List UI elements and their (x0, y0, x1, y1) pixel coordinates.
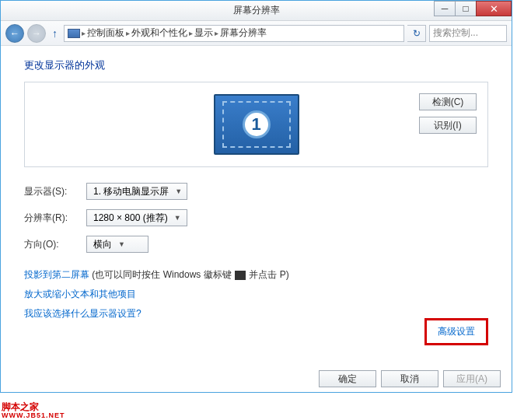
watermark: 脚本之家 WWW.JB51.NET (2, 402, 65, 420)
crumb-display[interactable]: 显示 (194, 26, 213, 40)
chevron-right-icon: ▸ (126, 29, 130, 37)
help-links: 投影到第二屏幕 (也可以同时按住 Windows 徽标键 并点击 P) 放大或缩… (24, 268, 488, 320)
display-value: 1. 移动电脑显示屏 (93, 185, 169, 198)
project-hint-tail: 并点击 P) (246, 269, 289, 280)
monitor-icon (68, 29, 80, 38)
orientation-label: 方向(O): (24, 238, 86, 251)
dialog-buttons: 确定 取消 应用(A) (319, 370, 501, 387)
cancel-button[interactable]: 取消 (381, 370, 438, 387)
maximize-button[interactable]: □ (455, 1, 477, 16)
orientation-value: 横向 (93, 238, 112, 251)
up-button[interactable]: ↑ (52, 27, 58, 40)
crumb-resolution[interactable]: 屏幕分辨率 (220, 26, 267, 40)
chevron-right-icon: ▸ (215, 29, 218, 37)
monitor-thumbnail[interactable]: 1 (214, 94, 299, 155)
textsize-link[interactable]: 放大或缩小文本和其他项目 (24, 289, 136, 299)
resolution-dropdown[interactable]: 1280 × 800 (推荐) ▼ (86, 209, 187, 226)
content-area: 更改显示器的外观 1 检测(C) 识别(I) 显示器(S): 1. 移动电脑显示… (1, 46, 512, 392)
apply-button[interactable]: 应用(A) (443, 370, 501, 387)
monitor-number-badge: 1 (243, 110, 271, 138)
nav-bar: ← → ↑ ▸ 控制面板 ▸ 外观和个性化 ▸ 显示 ▸ 屏幕分辨率 ↻ 搜索控… (1, 21, 512, 46)
search-input[interactable]: 搜索控制... (429, 25, 507, 42)
resolution-label: 分辨率(R): (24, 212, 86, 225)
resolution-value: 1280 × 800 (推荐) (93, 212, 168, 225)
window-frame: 屏幕分辨率 ─ □ ✕ ← → ↑ ▸ 控制面板 ▸ 外观和个性化 ▸ 显示 ▸… (0, 0, 512, 393)
which-display-link[interactable]: 我应该选择什么显示器设置? (24, 308, 141, 319)
identify-button[interactable]: 识别(I) (419, 117, 477, 134)
project-hint: (也可以同时按住 Windows 徽标键 (89, 269, 234, 280)
advanced-settings-link[interactable]: 高级设置 (438, 326, 475, 337)
windows-key-icon (235, 271, 246, 280)
refresh-button[interactable]: ↻ (407, 25, 426, 42)
detect-button[interactable]: 检测(C) (419, 93, 477, 110)
orientation-dropdown[interactable]: 横向 ▼ (86, 236, 148, 253)
advanced-highlight: 高级设置 (424, 318, 488, 345)
page-title: 更改显示器的外观 (24, 58, 488, 72)
chevron-right-icon: ▸ (82, 29, 86, 37)
forward-button[interactable]: → (27, 24, 46, 43)
titlebar[interactable]: 屏幕分辨率 ─ □ ✕ (1, 1, 512, 21)
display-dropdown[interactable]: 1. 移动电脑显示屏 ▼ (86, 183, 187, 200)
breadcrumb[interactable]: ▸ 控制面板 ▸ 外观和个性化 ▸ 显示 ▸ 屏幕分辨率 (64, 25, 404, 42)
close-button[interactable]: ✕ (476, 1, 512, 16)
crumb-appearance[interactable]: 外观和个性化 (131, 26, 187, 40)
display-preview: 1 检测(C) 识别(I) (24, 82, 488, 167)
project-link[interactable]: 投影到第二屏幕 (24, 269, 89, 280)
chevron-down-icon: ▼ (174, 214, 181, 222)
chevron-down-icon: ▼ (175, 187, 182, 195)
search-placeholder: 搜索控制... (433, 26, 478, 40)
chevron-down-icon: ▼ (118, 240, 125, 248)
ok-button[interactable]: 确定 (319, 370, 376, 387)
display-label: 显示器(S): (24, 185, 86, 198)
watermark-url: WWW.JB51.NET (2, 412, 65, 420)
back-button[interactable]: ← (5, 24, 24, 43)
chevron-right-icon: ▸ (189, 29, 193, 37)
crumb-control-panel[interactable]: 控制面板 (87, 26, 124, 40)
minimize-button[interactable]: ─ (434, 1, 456, 16)
